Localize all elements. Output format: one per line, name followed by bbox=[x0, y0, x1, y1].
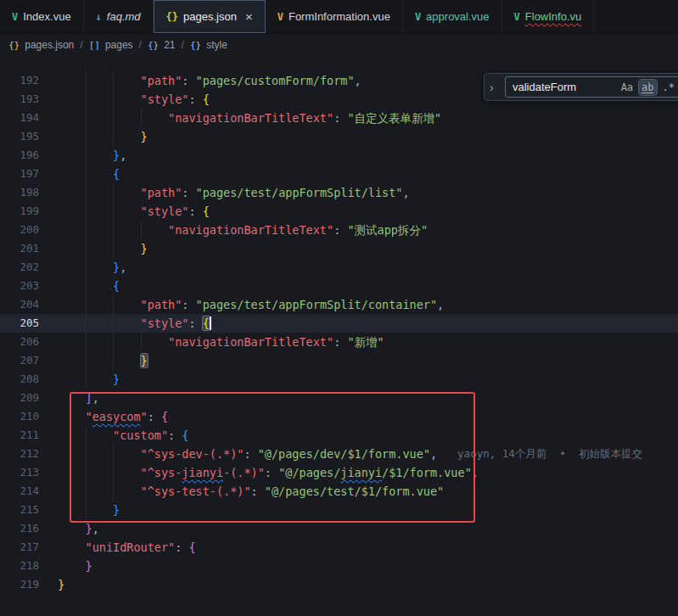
tab-flowinfo-vu[interactable]: VFlowInfo.vu bbox=[502, 0, 595, 33]
code-line-214[interactable]: 214 "^sys-test-(.*)": "@/pages/test/$1/f… bbox=[0, 482, 678, 501]
line-content: }, bbox=[39, 519, 99, 538]
code-token: ] bbox=[86, 391, 92, 405]
code-line-202[interactable]: 202 }, bbox=[0, 258, 678, 277]
code-token: { bbox=[203, 92, 210, 106]
line-content: } bbox=[39, 501, 120, 519]
code-token: } bbox=[86, 559, 92, 573]
code-line-196[interactable]: 196 }, bbox=[0, 146, 678, 165]
code-token: "@/pages/test/$1/form.vue" bbox=[265, 484, 444, 498]
git-blame-annotation: yaoyn, 14个月前 • 初始版本提交 bbox=[457, 445, 642, 463]
code-token: " bbox=[141, 410, 148, 423]
code-line-216[interactable]: 216 }, bbox=[0, 519, 678, 538]
code-line-204[interactable]: 204 "path": "pages/test/appFormSplit/con… bbox=[0, 295, 678, 314]
code-line-197[interactable]: 197 { bbox=[0, 165, 678, 183]
line-number: 216 bbox=[0, 519, 39, 538]
code-token: { bbox=[113, 279, 120, 293]
line-number: 217 bbox=[0, 538, 39, 557]
code-line-205[interactable]: 205 "style": { bbox=[0, 314, 678, 333]
line-number: 194 bbox=[0, 109, 39, 127]
line-number: 209 bbox=[0, 389, 39, 407]
code-line-194[interactable]: 194 "navigationBarTitleText": "自定义表单新增" bbox=[0, 109, 678, 127]
code-token: easycom bbox=[92, 410, 141, 423]
tab-pages-json[interactable]: {}pages.json× bbox=[154, 0, 266, 33]
tab-forminformation-vue[interactable]: VFormInformation.vue bbox=[266, 0, 403, 33]
code-token: " bbox=[86, 410, 92, 423]
match-case-toggle[interactable]: Aa bbox=[619, 80, 636, 95]
tab-label: pages.json bbox=[183, 10, 237, 23]
find-input[interactable]: validateForm Aaab.* bbox=[505, 76, 678, 98]
code-line-199[interactable]: 199 "style": { bbox=[0, 202, 678, 221]
line-number: 219 bbox=[0, 575, 39, 594]
code-line-208[interactable]: 208 } bbox=[0, 370, 678, 389]
text-cursor bbox=[210, 316, 211, 330]
symbol-icon: [] bbox=[89, 40, 100, 51]
code-token: , bbox=[120, 148, 126, 162]
breadcrumb-item[interactable]: pages bbox=[105, 39, 133, 51]
breadcrumb-item[interactable]: 21 bbox=[164, 39, 175, 51]
code-line-210[interactable]: 210 "easycom": { bbox=[0, 407, 678, 426]
code-token: "path" bbox=[141, 186, 182, 199]
line-number: 193 bbox=[0, 90, 39, 109]
code-token: , bbox=[92, 391, 99, 405]
breadcrumb-item[interactable]: pages.json bbox=[25, 39, 74, 51]
code-line-195[interactable]: 195 } bbox=[0, 127, 678, 146]
line-content: "style": { bbox=[39, 90, 210, 109]
symbol-icon: {} bbox=[190, 40, 201, 51]
line-content: } bbox=[39, 557, 92, 575]
whole-word-toggle[interactable]: ab bbox=[639, 80, 656, 95]
breadcrumb: {}pages.json/[]pages/{}21/{}style bbox=[0, 34, 678, 56]
breadcrumb-item[interactable]: style bbox=[206, 39, 227, 51]
line-number: 205 bbox=[0, 314, 39, 333]
code-token: : bbox=[182, 298, 195, 311]
code-token: , bbox=[355, 74, 361, 87]
code-token: "style" bbox=[141, 204, 189, 218]
code-token: "uniIdRouter" bbox=[86, 540, 176, 554]
code-line-209[interactable]: 209 ], bbox=[0, 389, 678, 407]
code-line-219[interactable]: 219} bbox=[0, 575, 678, 594]
code-line-212[interactable]: 212 "^sys-dev-(.*)": "@/pages/dev/$1/for… bbox=[0, 445, 678, 463]
code-token: : bbox=[333, 223, 347, 237]
line-content: ], bbox=[39, 389, 99, 407]
close-icon[interactable]: × bbox=[245, 10, 253, 23]
code-token: : bbox=[188, 316, 202, 330]
code-line-211[interactable]: 211 "custom": { bbox=[0, 426, 678, 445]
code-line-200[interactable]: 200 "navigationBarTitleText": "测试app拆分" bbox=[0, 221, 678, 239]
code-token: "custom" bbox=[113, 428, 168, 442]
line-content: "easycom": { bbox=[39, 407, 168, 426]
line-number: 192 bbox=[0, 71, 39, 90]
code-token: } bbox=[141, 242, 148, 255]
code-line-215[interactable]: 215 } bbox=[0, 501, 678, 519]
code-token: } bbox=[113, 372, 120, 386]
regex-toggle[interactable]: .* bbox=[660, 80, 677, 95]
code-token: : bbox=[148, 410, 161, 423]
chevron-right-icon[interactable]: › bbox=[490, 81, 498, 94]
code-line-218[interactable]: 218 } bbox=[0, 557, 678, 575]
code-token: jianyi bbox=[340, 466, 382, 479]
code-line-206[interactable]: 206 "navigationBarTitleText": "新增" bbox=[0, 333, 678, 351]
line-content: } bbox=[39, 370, 120, 389]
tab-approval-vue[interactable]: Vapproval.vue bbox=[403, 0, 502, 33]
line-content: "custom": { bbox=[39, 426, 188, 445]
code-line-198[interactable]: 198 "path": "pages/test/appFormSplit/lis… bbox=[0, 183, 678, 202]
tab-index-vue[interactable]: VIndex.vue bbox=[0, 0, 84, 33]
code-line-217[interactable]: 217 "uniIdRouter": { bbox=[0, 538, 678, 557]
code-token: : bbox=[168, 428, 182, 442]
code-token: { bbox=[161, 410, 168, 423]
code-token: "pages/test/appFormSplit/container" bbox=[196, 298, 437, 311]
line-number: 195 bbox=[0, 127, 39, 146]
code-line-207[interactable]: 207 } bbox=[0, 351, 678, 370]
line-content: "style": { bbox=[39, 314, 211, 333]
code-token: : bbox=[251, 484, 265, 498]
line-content: { bbox=[39, 277, 120, 295]
code-line-213[interactable]: 213 "^sys-jianyi-(.*)": "@/pages/jianyi/… bbox=[0, 463, 678, 482]
line-number: 207 bbox=[0, 351, 39, 370]
find-query-text: validateForm bbox=[513, 81, 613, 93]
code-token: "navigationBarTitleText" bbox=[168, 223, 333, 237]
tab-label: FlowInfo.vu bbox=[525, 10, 581, 23]
code-line-203[interactable]: 203 { bbox=[0, 277, 678, 295]
code-line-201[interactable]: 201 } bbox=[0, 239, 678, 258]
tab-faq-md[interactable]: ↓faq.md bbox=[84, 0, 154, 33]
code-token: : bbox=[175, 540, 188, 554]
code-token: "pages/test/appFormSplit/list" bbox=[196, 186, 403, 199]
line-content: "navigationBarTitleText": "测试app拆分" bbox=[39, 221, 428, 239]
